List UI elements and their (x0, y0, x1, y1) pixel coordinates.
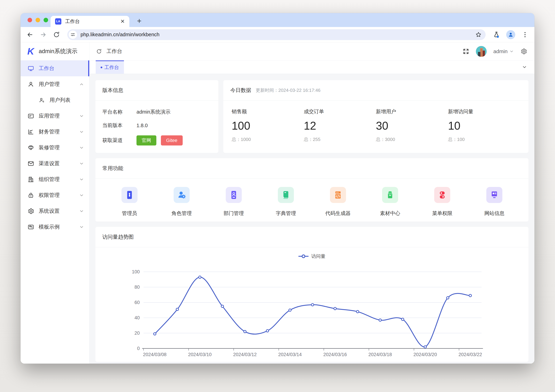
chart-card-title: 访问量趋势图 (95, 227, 528, 247)
function-item-2[interactable]: 部门管理 (208, 187, 260, 217)
function-item-1[interactable]: 角色管理 (155, 187, 208, 217)
close-window-button[interactable] (28, 18, 32, 22)
sidebar-item-6[interactable]: 组织管理 (21, 171, 89, 187)
decorate-icon (28, 145, 34, 151)
user-avatar[interactable] (476, 46, 487, 57)
favicon: LA (55, 18, 61, 25)
app-header: K admin系统演示 工作台 admin (21, 42, 534, 60)
visits-trend-card: 访问量趋势图 访问量 0204060801002024/03/082024/03… (95, 227, 528, 362)
refresh-icon[interactable] (96, 48, 102, 54)
svg-text:0: 0 (137, 346, 140, 351)
sidebar-item-2[interactable]: 应用管理 (21, 108, 89, 124)
page-tab-bar: 工作台 (89, 60, 534, 74)
chevron-down-icon (79, 114, 84, 118)
admin-app: K admin系统演示 工作台 admin 工作台用户管 (21, 42, 534, 363)
legend-line-marker-icon (299, 254, 308, 258)
zoom-window-button[interactable] (44, 18, 48, 22)
function-item-6[interactable]: 菜单权限 (416, 187, 468, 217)
site-info-icon[interactable] (69, 30, 77, 39)
user-list-icon (39, 97, 45, 103)
svg-text:2024/03/08: 2024/03/08 (143, 352, 167, 357)
website-monitor-icon (489, 190, 499, 200)
tab-active-dot (101, 66, 102, 68)
function-label: 管理员 (122, 210, 137, 217)
browser-menu-kebab-icon[interactable] (522, 31, 528, 38)
chevron-down-icon (79, 193, 84, 198)
functions-card-title: 常用功能 (95, 158, 528, 179)
bookmark-star-icon[interactable] (475, 31, 482, 38)
browser-profile-avatar[interactable] (506, 30, 515, 39)
code-generator-icon (333, 190, 343, 200)
url-text[interactable]: php.likeadmin.cn/admin/workbench (80, 32, 475, 37)
chevron-down-icon (79, 130, 84, 134)
function-tile (278, 187, 294, 203)
page-tab-label: 工作台 (104, 64, 119, 71)
svg-text:2024/03/20: 2024/03/20 (413, 352, 437, 357)
current-page-label: 工作台 (107, 48, 122, 55)
sidebar-item-9[interactable]: 模板示例 (21, 219, 89, 235)
back-icon[interactable] (27, 31, 33, 38)
function-item-5[interactable]: 素材中心 (364, 187, 416, 217)
legend-label: 访问量 (311, 253, 325, 259)
svg-text:40: 40 (134, 315, 140, 320)
chevron-down-icon (509, 49, 514, 54)
settings-gear-icon[interactable] (520, 48, 527, 55)
today-card: 今日数据 更新时间：2024-03-22 16:17:46 销售额100总：10… (223, 80, 528, 153)
app-icon (28, 113, 34, 119)
function-label: 菜单权限 (432, 210, 452, 217)
browser-toolbar: php.likeadmin.cn/admin/workbench (21, 27, 534, 42)
browser-tab[interactable]: LA 工作台 ✕ (51, 16, 129, 27)
function-tile (174, 187, 190, 203)
visits-line-chart: 0204060801002024/03/082024/03/102024/03/… (95, 261, 528, 358)
minimize-window-button[interactable] (36, 18, 40, 22)
chevron-down-icon (79, 225, 84, 229)
sidebar-item-1[interactable]: 用户管理 (21, 76, 89, 92)
app-title: admin系统演示 (39, 47, 77, 55)
material-bag-icon (385, 190, 395, 200)
version-card-title: 版本信息 (95, 80, 219, 101)
function-item-4[interactable]: 代码生成器 (312, 187, 364, 217)
chevron-down-icon (79, 177, 84, 182)
svg-text:K: K (27, 47, 35, 56)
user-icon (28, 81, 34, 88)
sidebar-subitem-1-0[interactable]: 用户列表 (21, 92, 89, 108)
experiments-flask-icon[interactable] (493, 31, 500, 38)
stat-3: 新增访问量10总：100 (448, 108, 520, 143)
sidebar-item-7[interactable]: 权限管理 (21, 187, 89, 203)
lock-icon (28, 192, 34, 199)
tabbar-chevron-down-icon[interactable] (522, 65, 527, 70)
sidebar-item-3[interactable]: 财务管理 (21, 124, 89, 140)
svg-text:2024/03/14: 2024/03/14 (278, 352, 302, 357)
address-bar[interactable]: php.likeadmin.cn/admin/workbench (67, 29, 486, 40)
role-user-gear-icon (176, 190, 187, 200)
header-right: admin (463, 42, 534, 60)
common-functions-card: 常用功能 管理员角色管理部门管理字典管理代码生成器素材中心菜单权限网站信息 (95, 158, 528, 222)
brand[interactable]: K admin系统演示 (21, 42, 89, 60)
svg-text:2024/03/18: 2024/03/18 (368, 352, 392, 357)
chevron-down-icon (79, 209, 84, 214)
forward-icon[interactable] (40, 31, 47, 38)
function-item-0[interactable]: 管理员 (103, 187, 155, 217)
sidebar-item-5[interactable]: 渠道设置 (21, 156, 89, 171)
function-item-7[interactable]: 网站信息 (468, 187, 520, 217)
fullscreen-icon[interactable] (463, 48, 469, 55)
browser-tabstrip: LA 工作台 ✕ + (21, 13, 534, 27)
function-item-3[interactable]: 字典管理 (260, 187, 312, 217)
user-menu[interactable]: admin (493, 48, 514, 54)
chart-legend[interactable]: 访问量 (95, 253, 528, 259)
chevron-down-icon (79, 161, 84, 166)
page-tab-workbench[interactable]: 工作台 (96, 60, 124, 74)
function-label: 部门管理 (224, 210, 244, 217)
tab-close-icon[interactable]: ✕ (120, 19, 125, 24)
svg-text:2024/03/10: 2024/03/10 (188, 352, 212, 357)
function-label: 字典管理 (276, 210, 296, 217)
reload-icon[interactable] (53, 31, 60, 38)
channel-button-0[interactable]: 官网 (137, 135, 156, 145)
today-card-title: 今日数据 (230, 87, 251, 94)
stat-0: 销售额100总：1000 (232, 108, 304, 143)
channel-button-1[interactable]: Gitee (161, 135, 183, 145)
sidebar-item-4[interactable]: 装修管理 (21, 140, 89, 156)
sidebar-item-0[interactable]: 工作台 (21, 60, 89, 76)
new-tab-button[interactable]: + (137, 16, 142, 25)
sidebar-item-8[interactable]: 系统设置 (21, 203, 89, 219)
